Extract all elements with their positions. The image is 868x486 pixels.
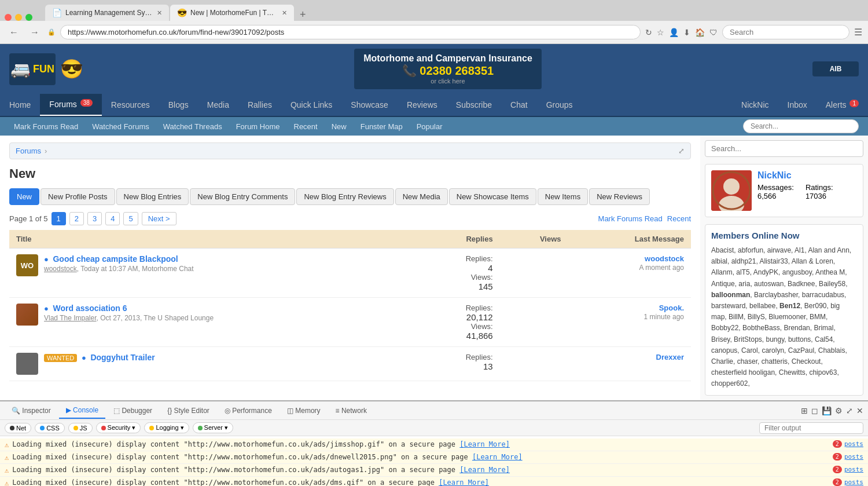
nav-chat[interactable]: Chat	[501, 94, 537, 115]
post-title-link-1[interactable]: Good cheap campsite Blackpool	[53, 254, 178, 264]
nav-resources-link[interactable]: Resources	[102, 94, 159, 115]
nav-chat-link[interactable]: Chat	[501, 94, 537, 115]
devtools-tab-style-editor[interactable]: {} Style Editor	[160, 403, 216, 418]
pagination-recent[interactable]: Recent	[667, 214, 691, 223]
menu-icon[interactable]: ☰	[854, 27, 862, 38]
breadcrumb-forums-link[interactable]: Forums	[16, 147, 41, 155]
minimize-traffic-light[interactable]	[15, 14, 22, 21]
reload-button[interactable]: ↻	[645, 28, 652, 37]
subnav-new[interactable]: New	[327, 120, 351, 133]
learn-more-2[interactable]: [Learn More]	[472, 453, 523, 461]
nav-media-link[interactable]: Media	[198, 94, 238, 115]
nav-home[interactable]: Home	[0, 94, 40, 115]
nav-forums[interactable]: Forums 38	[40, 94, 101, 116]
nav-rallies-link[interactable]: Rallies	[238, 94, 281, 115]
tab-new-blog-entry-reviews[interactable]: New Blog Entry Reviews	[296, 188, 393, 205]
filter-btn-logging[interactable]: Logging ▾	[144, 422, 189, 433]
last-msg-user-3[interactable]: Drexxer	[575, 353, 684, 361]
nav-user-link[interactable]: NickNic	[732, 94, 778, 115]
filter-btn-server[interactable]: Server ▾	[193, 422, 233, 433]
page-link-next[interactable]: Next >	[142, 212, 176, 225]
nav-groups[interactable]: Groups	[537, 94, 582, 115]
back-button[interactable]: ←	[6, 26, 22, 39]
devtools-tab-performance[interactable]: ◎ Performance	[218, 403, 279, 418]
address-input[interactable]	[60, 25, 641, 39]
devtools-dock-icon[interactable]: ⤢	[846, 406, 853, 415]
devtools-tab-inspector[interactable]: 🔍 Inspector	[5, 403, 58, 418]
tab-lms[interactable]: 📄 Learning Management System ✕	[45, 5, 169, 21]
learn-more-1[interactable]: [Learn More]	[459, 440, 510, 448]
breadcrumb-expand-icon[interactable]: ⤢	[678, 147, 685, 155]
console-file-1[interactable]: posts	[844, 440, 863, 448]
page-link-5[interactable]: 5	[123, 212, 138, 225]
sub-nav-search-input[interactable]	[743, 119, 859, 133]
nav-forums-link[interactable]: Forums 38	[40, 94, 101, 116]
nav-rallies[interactable]: Rallies	[238, 94, 281, 115]
nav-subscribe[interactable]: Subscribe	[447, 94, 501, 115]
nav-resources[interactable]: Resources	[102, 94, 159, 115]
download-icon[interactable]: ⬇	[683, 28, 690, 37]
post-title-link-3[interactable]: Doggyhut Trailer	[90, 353, 155, 362]
tab-new-profile-posts[interactable]: New Profile Posts	[41, 188, 115, 205]
nav-showcase-link[interactable]: Showcase	[341, 94, 398, 115]
nav-blogs-link[interactable]: Blogs	[159, 94, 198, 115]
devtools-save-icon[interactable]: 💾	[822, 406, 832, 415]
nav-reviews[interactable]: Reviews	[398, 94, 447, 115]
tab-close-lms[interactable]: ✕	[157, 9, 162, 17]
post-user-link-1[interactable]: woodstock	[44, 265, 77, 273]
sidebar-search-input[interactable]	[705, 140, 863, 157]
console-file-3[interactable]: posts	[844, 466, 863, 473]
nav-showcase[interactable]: Showcase	[341, 94, 398, 115]
tab-new-blog-entry-comments[interactable]: New Blog Entry Comments	[190, 188, 295, 205]
devtools-filter-input[interactable]	[759, 422, 863, 434]
nav-home-link[interactable]: Home	[0, 94, 40, 115]
nav-groups-link[interactable]: Groups	[537, 94, 582, 115]
post-user-link-2[interactable]: Vlad The Impaler	[44, 314, 97, 322]
last-msg-user-2[interactable]: Spook.	[575, 304, 684, 312]
last-msg-user-1[interactable]: woodstock	[575, 254, 684, 263]
browser-search-input[interactable]	[722, 25, 849, 39]
page-link-4[interactable]: 4	[105, 212, 120, 225]
nav-reviews-link[interactable]: Reviews	[398, 94, 447, 115]
devtools-tab-console[interactable]: ▶ Console	[59, 403, 105, 419]
close-traffic-light[interactable]	[5, 14, 12, 21]
learn-more-4[interactable]: [Learn More]	[439, 478, 489, 486]
maximize-traffic-light[interactable]	[25, 14, 32, 21]
tab-new-showcase-items[interactable]: New Showcase Items	[449, 188, 536, 205]
subnav-recent[interactable]: Recent	[289, 120, 322, 133]
nav-blogs[interactable]: Blogs	[159, 94, 198, 115]
devtools-grid-icon[interactable]: ⊞	[801, 406, 808, 415]
devtools-pick-icon[interactable]: ◻	[811, 406, 818, 415]
nav-quicklinks-link[interactable]: Quick Links	[281, 94, 341, 115]
nav-quicklinks[interactable]: Quick Links	[281, 94, 341, 115]
subnav-watched-threads[interactable]: Watched Threads	[159, 120, 227, 133]
devtools-settings-icon[interactable]: ⚙	[835, 406, 843, 415]
tab-new-reviews[interactable]: New Reviews	[589, 188, 650, 205]
tab-motorhome[interactable]: 😎 New | MotorhomeFun | The M... ✕	[170, 5, 294, 21]
devtools-tab-network[interactable]: ≡ Network	[329, 403, 374, 418]
nav-alerts-link[interactable]: Alerts 1	[816, 94, 868, 115]
page-link-1[interactable]: 1	[52, 212, 66, 225]
tab-new-media[interactable]: New Media	[395, 188, 448, 205]
subnav-popular[interactable]: Popular	[412, 120, 447, 133]
subnav-funster-map[interactable]: Funster Map	[356, 120, 407, 133]
nav-media[interactable]: Media	[198, 94, 238, 115]
tab-new-items[interactable]: New Items	[538, 188, 588, 205]
nav-inbox-link[interactable]: Inbox	[778, 94, 816, 115]
console-file-2[interactable]: posts	[844, 453, 863, 461]
page-link-2[interactable]: 2	[69, 212, 84, 225]
filter-btn-net[interactable]: Net	[5, 423, 31, 433]
new-tab-button[interactable]: +	[295, 9, 311, 21]
subnav-mark-read[interactable]: Mark Forums Read	[9, 120, 83, 133]
pagination-mark-read[interactable]: Mark Forums Read	[598, 214, 663, 223]
page-link-3[interactable]: 3	[87, 212, 102, 225]
nav-subscribe-link[interactable]: Subscribe	[447, 94, 501, 115]
home-icon[interactable]: 🏠	[695, 28, 705, 37]
devtools-tab-memory[interactable]: ◫ Memory	[280, 403, 328, 418]
subnav-forum-home[interactable]: Forum Home	[231, 120, 285, 133]
console-file-4[interactable]: posts	[844, 478, 863, 486]
tab-new-blog-entries[interactable]: New Blog Entries	[116, 188, 189, 205]
filter-btn-css[interactable]: CSS	[35, 423, 65, 433]
learn-more-3[interactable]: [Learn More]	[459, 466, 510, 474]
bookmark-icon[interactable]: ☆	[657, 28, 664, 37]
